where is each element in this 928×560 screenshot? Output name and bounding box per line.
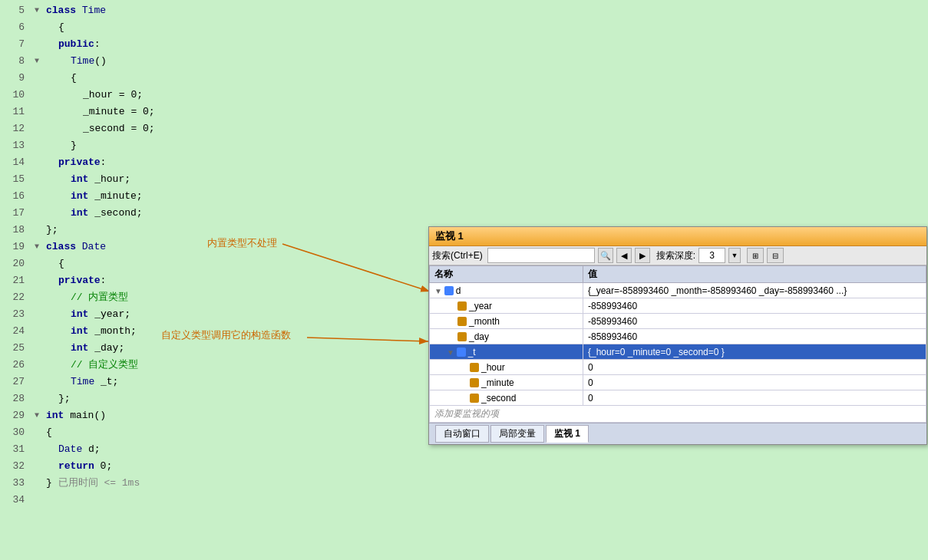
watch-name-text: _day [469, 331, 489, 342]
watch-name-text: _second [481, 393, 516, 404]
watch-row[interactable]: _second0 [430, 390, 926, 406]
watch-table-header: 名称 值 [430, 266, 926, 283]
line-number: 24 [0, 325, 31, 337]
code-line-13: 13} [0, 137, 928, 153]
watch-cell-name: _month [430, 314, 583, 329]
depth-dropdown[interactable]: ▼ [728, 248, 741, 263]
watch-row[interactable]: _day-858993460 [430, 329, 926, 344]
code-content: { [43, 427, 52, 438]
line-number: 10 [0, 89, 31, 100]
collapse-btn[interactable]: ▼ [31, 411, 43, 420]
field-icon [457, 301, 467, 311]
watch-name-text: d [456, 285, 461, 296]
code-content: { [43, 72, 77, 84]
code-line-9: 9{ [0, 69, 928, 86]
field-icon [457, 332, 467, 341]
obj-icon [457, 348, 466, 357]
code-content: public: [43, 38, 101, 50]
watch-cell-value: 0 [583, 375, 926, 390]
code-content: private: [43, 275, 106, 286]
field-icon [470, 378, 479, 387]
watch-cell-value: {_hour=0 _minute=0 _second=0 } [583, 344, 926, 360]
field-icon [457, 317, 467, 326]
line-number: 11 [0, 106, 31, 117]
line-number: 25 [0, 342, 31, 354]
watch-add-placeholder: 添加要监视的项 [430, 406, 926, 423]
nav-forward-btn[interactable]: ▶ [635, 248, 650, 263]
code-content: } 已用时间 <= 1ms [43, 476, 140, 489]
code-content: _second = 0; [43, 123, 155, 134]
code-line-15: 15int _hour; [0, 170, 928, 187]
line-number: 8 [0, 55, 31, 67]
watch-row[interactable]: _year-858993460 [430, 298, 926, 314]
watch-row[interactable]: _hour0 [430, 360, 926, 375]
collapse-btn[interactable]: ▼ [31, 242, 43, 251]
filter-icon-btn[interactable]: ⊞ [747, 248, 764, 263]
line-number: 13 [0, 140, 31, 151]
code-content: _minute = 0; [43, 106, 155, 117]
line-number: 33 [0, 477, 31, 489]
watch-row[interactable]: _month-858993460 [430, 314, 926, 329]
watch-name-text: _month [469, 316, 500, 327]
watch-cell-value: -858993460 [583, 298, 926, 314]
watch-table-body: ▼ d{_year=-858993460 _month=-858993460 _… [430, 283, 926, 423]
code-content: int _hour; [43, 173, 130, 185]
line-number: 20 [0, 258, 31, 269]
watch-cell-value: 0 [583, 390, 926, 406]
line-number: 28 [0, 393, 31, 404]
code-line-32: 32return 0; [0, 457, 928, 474]
collapse-arrow[interactable]: ▼ [434, 287, 444, 295]
line-number: 22 [0, 292, 31, 303]
line-number: 34 [0, 494, 31, 506]
code-content: }; [43, 393, 71, 404]
collapse-btn[interactable]: ▼ [31, 57, 43, 65]
code-editor: 5▼class Time6{7public:8▼Time()9{10_hour … [0, 0, 928, 560]
line-number: 21 [0, 275, 31, 286]
code-content: { [43, 21, 64, 33]
search-icon[interactable]: 🔍 [598, 248, 613, 263]
watch-row[interactable]: ▼ d{_year=-858993460 _month=-858993460 _… [430, 283, 926, 298]
code-line-12: 12_second = 0; [0, 120, 928, 137]
line-number: 7 [0, 38, 31, 50]
code-line-8: 8▼Time() [0, 52, 928, 69]
watch-row[interactable]: ▼ _t{_hour=0 _minute=0 _second=0 } [430, 344, 926, 360]
expand-icon-btn[interactable]: ⊟ [767, 248, 784, 263]
line-number: 29 [0, 410, 31, 421]
watch-row[interactable]: _minute0 [430, 375, 926, 390]
watch-add-row[interactable]: 添加要监视的项 [430, 406, 926, 423]
tab-local-vars[interactable]: 局部变量 [490, 425, 544, 443]
col-name-header: 名称 [430, 266, 583, 283]
watch-cell-value: -858993460 [583, 314, 926, 329]
code-content: // 自定义类型 [43, 357, 138, 371]
code-line-33: 33} 已用时间 <= 1ms [0, 474, 928, 491]
tab-auto-window[interactable]: 自动窗口 [435, 425, 489, 443]
code-line-7: 7public: [0, 35, 928, 52]
watch-cell-name: _year [430, 298, 583, 314]
line-number: 19 [0, 241, 31, 252]
line-number: 23 [0, 308, 31, 320]
line-number: 15 [0, 173, 31, 185]
line-number: 17 [0, 207, 31, 219]
code-content: int _month; [43, 325, 137, 337]
watch-cell-value: -858993460 [583, 329, 926, 344]
code-content: private: [43, 156, 106, 168]
code-content: { [43, 258, 64, 269]
search-input[interactable] [487, 248, 595, 263]
code-content: }; [43, 224, 58, 236]
watch-cell-value: {_year=-858993460 _month=-858993460 _day… [583, 283, 926, 298]
watch-window: 监视 1 搜索(Ctrl+E) 🔍 ◀ ▶ 搜索深度: ▼ ⊞ ⊟ 名称 值 ▼… [428, 226, 927, 445]
collapse-btn[interactable]: ▼ [31, 6, 43, 15]
watch-name-text: _hour [481, 362, 505, 373]
line-number: 12 [0, 123, 31, 134]
code-content: return 0; [43, 460, 112, 472]
annotation-builtin: 内置类型不处理 [207, 236, 277, 250]
line-number: 16 [0, 190, 31, 202]
collapse-arrow[interactable]: ▼ [447, 348, 457, 357]
nav-back-btn[interactable]: ◀ [616, 248, 632, 263]
watch-title: 监视 1 [429, 227, 926, 246]
code-content: Date d; [43, 443, 101, 455]
code-line-16: 16int _minute; [0, 187, 928, 204]
tab-watch1[interactable]: 监视 1 [546, 425, 589, 443]
depth-input[interactable] [698, 248, 725, 263]
col-value-header: 值 [583, 266, 926, 283]
